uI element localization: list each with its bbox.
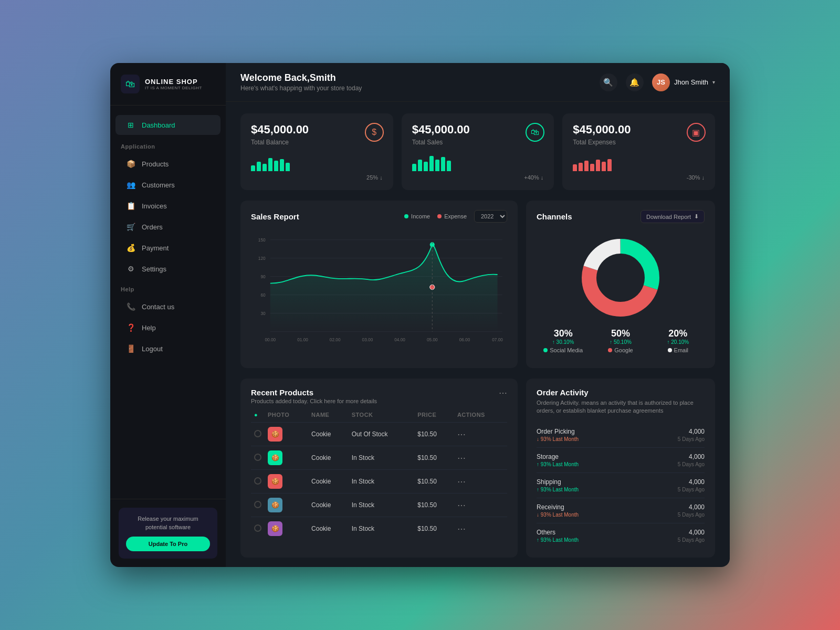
stat-card-balance: $45,000.00 Total Balance $ 25% ↓ xyxy=(240,113,393,190)
svg-text:05.00: 05.00 xyxy=(427,338,438,342)
product-price: $10.50 xyxy=(414,423,454,446)
bottom-grid: Recent Products Products added today. Cl… xyxy=(240,379,715,558)
product-name: Cookie xyxy=(308,494,349,517)
welcome-title: Welcome Back,Smith xyxy=(240,72,362,83)
upgrade-button[interactable]: Update To Pro xyxy=(126,537,210,551)
svg-text:30: 30 xyxy=(260,311,266,316)
content-area: $45,000.00 Total Balance $ 25% ↓ xyxy=(226,102,730,567)
notifications-button[interactable]: 🔔 xyxy=(626,74,644,91)
activity-item-time: 5 Days Ago xyxy=(678,487,705,492)
charts-grid: Sales Report Income Expense xyxy=(240,201,715,368)
sidebar-label-help: Help xyxy=(142,324,156,332)
channel-stats: 30% ↑ 30.10% Social Media 50% ↑ 50.10% xyxy=(537,328,705,353)
activity-item-value: 4,000 xyxy=(678,503,705,511)
sales-report-card: Sales Report Income Expense xyxy=(240,201,518,368)
activity-subtitle: Ordering Activity. means an activity tha… xyxy=(537,399,705,415)
download-report-button[interactable]: Download Report ⬇ xyxy=(640,210,705,223)
activity-item-value: 4,000 xyxy=(678,453,705,460)
stat-sales-label: Total Sales xyxy=(412,139,544,146)
activity-item-time: 5 Days Ago xyxy=(678,461,705,467)
contact-icon: 📞 xyxy=(126,302,135,311)
email-value: 20% xyxy=(652,328,705,339)
row-select[interactable] xyxy=(254,501,261,508)
row-select[interactable] xyxy=(254,524,261,532)
google-change: ↑ 50.10% xyxy=(594,339,647,345)
table-row: 🍪 Cookie In Stock $10.50 ⋯ xyxy=(251,494,507,517)
row-select[interactable] xyxy=(254,454,261,461)
product-thumbnail: 🍪 xyxy=(268,474,282,489)
section-help: Help xyxy=(110,280,226,296)
products-menu-button[interactable]: ⋯ xyxy=(499,388,507,398)
help-icon: ❓ xyxy=(126,323,135,332)
stat-expenses-change: -30% ↓ xyxy=(573,174,705,181)
product-price: $10.50 xyxy=(414,446,454,470)
sidebar-nav: ⊞ Dashboard Application 📦 Products 👥 Cus… xyxy=(110,106,226,499)
activity-item: Shipping ↑ 93% Last Month 4,000 5 Days A… xyxy=(537,473,705,498)
sidebar-item-logout[interactable]: 🚪 Logout xyxy=(116,339,220,359)
svg-text:150: 150 xyxy=(258,238,266,243)
stat-sales-chart xyxy=(412,152,544,171)
sidebar-item-contact[interactable]: 📞 Contact us xyxy=(116,297,220,317)
sidebar: 🛍 ONLINE SHOP IT IS A MOMENT DELIGHT ⊞ D… xyxy=(110,63,226,567)
activity-list: Order Picking ↓ 93% Last Month 4,000 5 D… xyxy=(537,423,705,548)
sidebar-item-products[interactable]: 📦 Products xyxy=(116,154,220,174)
google-label: Google xyxy=(594,347,647,353)
app-container: 🛍 ONLINE SHOP IT IS A MOMENT DELIGHT ⊞ D… xyxy=(110,63,730,567)
email-change: ↑ 20.10% xyxy=(652,339,705,345)
activity-item-change: ↑ 93% Last Month xyxy=(537,487,579,492)
row-select[interactable] xyxy=(254,430,261,437)
activity-item: Receiving ↓ 93% Last Month 4,000 5 Days … xyxy=(537,498,705,523)
settings-icon: ⚙ xyxy=(126,265,135,273)
row-actions-button[interactable]: ⋯ xyxy=(457,477,466,487)
activity-item-value: 4,000 xyxy=(678,529,705,536)
logout-icon: 🚪 xyxy=(126,344,135,353)
sidebar-item-customers[interactable]: 👥 Customers xyxy=(116,175,220,195)
invoices-icon: 📋 xyxy=(126,202,135,210)
row-actions-button[interactable]: ⋯ xyxy=(457,524,466,534)
row-actions-button[interactable]: ⋯ xyxy=(457,429,466,439)
svg-text:01.00: 01.00 xyxy=(297,338,308,342)
sidebar-item-dashboard[interactable]: ⊞ Dashboard xyxy=(116,115,220,135)
activity-item-name: Others xyxy=(537,529,579,536)
search-button[interactable]: 🔍 xyxy=(600,74,617,91)
sidebar-label-products: Products xyxy=(142,160,169,168)
logo-tagline: IT IS A MOMENT DELIGHT xyxy=(145,86,202,90)
activity-item-change: ↓ 93% Last Month xyxy=(537,512,579,518)
channel-google: 50% ↑ 50.10% Google xyxy=(594,328,647,353)
activity-item-time: 5 Days Ago xyxy=(678,436,705,442)
user-menu[interactable]: JS Jhon Smith ▾ xyxy=(652,74,715,91)
table-row: 🍪 Cookie Out Of Stock $10.50 ⋯ xyxy=(251,423,507,446)
sales-report-title: Sales Report xyxy=(251,212,299,221)
year-select[interactable]: 2022 2021 xyxy=(474,210,507,223)
product-stock: In Stock xyxy=(349,494,414,517)
header: Welcome Back,Smith Here's what's happing… xyxy=(226,63,730,102)
sidebar-item-payment[interactable]: 💰 Payment xyxy=(116,238,220,258)
logo-icon: 🛍 xyxy=(121,75,140,93)
chart-legend: Income Expense xyxy=(404,213,467,219)
legend-expense: Expense xyxy=(437,213,467,219)
activity-item-value: 4,000 xyxy=(678,428,705,435)
activity-item-name: Storage xyxy=(537,453,579,460)
svg-text:03.00: 03.00 xyxy=(362,338,373,342)
stat-balance-value: $45,000.00 xyxy=(251,123,383,136)
activity-title: Order Activity xyxy=(537,388,705,397)
sales-report-header: Sales Report Income Expense xyxy=(251,210,507,223)
user-avatar: JS xyxy=(652,74,670,91)
row-actions-button[interactable]: ⋯ xyxy=(457,500,466,510)
payment-icon: 💰 xyxy=(126,244,135,252)
sidebar-item-orders[interactable]: 🛒 Orders xyxy=(116,217,220,237)
row-actions-button[interactable]: ⋯ xyxy=(457,453,466,463)
product-stock: In Stock xyxy=(349,517,414,541)
sidebar-item-invoices[interactable]: 📋 Invoices xyxy=(116,196,220,216)
sidebar-item-help[interactable]: ❓ Help xyxy=(116,318,220,338)
table-row: 🍪 Cookie In Stock $10.50 ⋯ xyxy=(251,517,507,541)
channels-card: Channels Download Report ⬇ xyxy=(526,201,715,368)
product-name: Cookie xyxy=(308,423,349,446)
product-thumbnail: 🍪 xyxy=(268,498,282,512)
donut-chart-svg xyxy=(579,236,663,320)
row-select[interactable] xyxy=(254,477,261,485)
activity-item-change: ↑ 93% Last Month xyxy=(537,537,579,543)
sidebar-item-settings[interactable]: ⚙ Settings xyxy=(116,259,220,279)
channel-email: 20% ↑ 20.10% Email xyxy=(652,328,705,353)
svg-text:04.00: 04.00 xyxy=(394,338,405,342)
